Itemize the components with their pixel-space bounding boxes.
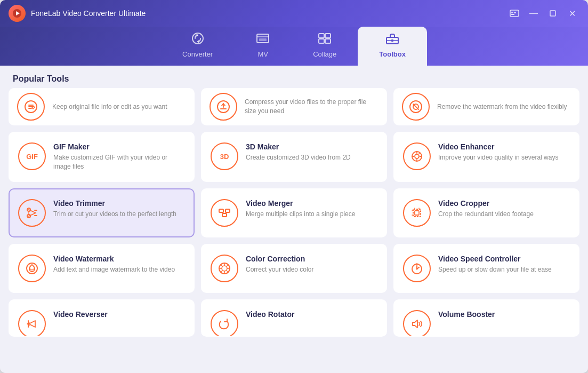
svg-rect-13 <box>325 39 331 43</box>
gif-maker-info: GIF Maker Make customized GIF with your … <box>53 142 185 171</box>
volume-booster-name: Volume Booster <box>438 310 570 319</box>
gif-maker-icon: GIF <box>18 142 46 170</box>
video-rotator-info: Video Rotator <box>246 310 377 321</box>
video-trimmer-info: Video Trimmer Trim or cut your videos to… <box>53 199 185 219</box>
svg-point-39 <box>416 268 418 269</box>
video-enhancer-info: Video Enhancer Improve your video qualit… <box>438 142 570 162</box>
tools-grid: GIF GIF Maker Make customized GIF with y… <box>9 132 579 337</box>
video-watermark-icon <box>18 255 46 282</box>
gif-maker-desc: Make customized GIF with your video or i… <box>53 153 185 171</box>
video-rotator-icon <box>211 310 238 337</box>
section-title: Popular Tools <box>0 66 588 88</box>
video-enhancer-desc: Improve your video quality in several wa… <box>438 153 570 162</box>
svg-rect-32 <box>222 213 227 217</box>
svg-rect-12 <box>319 39 324 43</box>
svg-rect-3 <box>511 12 513 13</box>
video-reverser-icon <box>18 310 46 337</box>
svg-rect-30 <box>219 209 223 212</box>
tool-card-video-compressor[interactable]: Compress your video files to the proper … <box>201 88 387 125</box>
video-merger-desc: Merge multiple clips into a single piece <box>246 210 377 219</box>
tab-collage-label: Collage <box>313 50 336 58</box>
tool-card-video-watermark[interactable]: Video Watermark Add text and image water… <box>9 244 195 293</box>
volume-booster-icon <box>403 310 431 337</box>
video-cropper-info: Video Cropper Crop the redundant video f… <box>438 199 570 219</box>
video-speed-controller-desc: Speed up or slow down your file at ease <box>438 265 570 274</box>
video-watermark-desc: Add text and image watermark to the vide… <box>53 265 185 274</box>
tools-scroll[interactable]: Keep original file info or edit as you w… <box>0 88 588 373</box>
video-merger-icon <box>211 199 238 227</box>
tab-collage[interactable]: Collage <box>292 27 358 66</box>
tab-toolbox[interactable]: Toolbox <box>358 27 427 66</box>
svg-rect-5 <box>511 14 514 15</box>
video-watermark-name: Video Watermark <box>53 255 185 263</box>
nav-tabs: Converter MV Collage <box>0 27 588 66</box>
app-title: FoneLab Video Converter Ultimate <box>31 9 146 18</box>
tool-card-color-correction[interactable]: Color Correction Correct your video colo… <box>201 244 387 293</box>
tool-card-video-cropper[interactable]: Video Cropper Crop the redundant video f… <box>393 188 579 237</box>
title-bar-left: FoneLab Video Converter Ultimate <box>9 5 146 22</box>
video-speed-controller-name: Video Speed Controller <box>438 255 570 263</box>
video-compressor-info: Compress your video files to the proper … <box>245 98 378 116</box>
video-cropper-desc: Crop the redundant video footage <box>438 210 570 219</box>
tool-card-video-speed-controller[interactable]: Video Speed Controller Speed up or slow … <box>393 244 579 293</box>
3d-maker-info: 3D Maker Create customized 3D video from… <box>246 142 377 162</box>
3d-maker-desc: Create customized 3D video from 2D <box>246 153 377 162</box>
video-merger-name: Video Merger <box>246 199 377 208</box>
video-speed-controller-icon <box>403 255 431 282</box>
title-bar-controls: — ✕ <box>507 6 579 21</box>
watermark-remover-icon <box>402 93 430 121</box>
watermark-remover-desc: Remove the watermark from the video flex… <box>437 102 571 112</box>
video-rotator-name: Video Rotator <box>246 310 377 319</box>
video-watermark-info: Video Watermark Add text and image water… <box>53 255 185 274</box>
tool-card-video-merger[interactable]: Video Merger Merge multiple clips into a… <box>201 188 387 237</box>
close-button[interactable]: ✕ <box>565 6 579 21</box>
tool-card-3d-maker[interactable]: 3D 3D Maker Create customized 3D video f… <box>201 132 387 182</box>
color-correction-info: Color Correction Correct your video colo… <box>246 255 377 274</box>
video-compressor-desc: Compress your video files to the proper … <box>245 98 378 116</box>
captions-button[interactable] <box>507 6 522 21</box>
video-merger-info: Video Merger Merge multiple clips into a… <box>246 199 377 219</box>
tool-card-video-enhancer[interactable]: Video Enhancer Improve your video qualit… <box>393 132 579 182</box>
svg-rect-31 <box>225 209 230 212</box>
tab-toolbox-label: Toolbox <box>379 50 406 58</box>
svg-rect-10 <box>319 34 324 38</box>
tool-card-metadata-editor[interactable]: Keep original file info or edit as you w… <box>9 88 195 125</box>
tab-mv-label: MV <box>257 50 268 58</box>
tab-mv[interactable]: MV <box>234 27 292 66</box>
svg-rect-9 <box>259 38 267 41</box>
video-trimmer-desc: Trim or cut your videos to the perfect l… <box>53 210 185 219</box>
tool-card-volume-booster[interactable]: Volume Booster <box>393 299 579 337</box>
metadata-editor-icon <box>17 93 45 121</box>
3d-maker-icon: 3D <box>211 142 238 170</box>
tool-card-watermark-remover[interactable]: Remove the watermark from the video flex… <box>393 88 579 125</box>
collage-icon <box>317 32 332 48</box>
tab-converter-label: Converter <box>182 50 213 58</box>
svg-point-24 <box>415 154 419 158</box>
video-trimmer-icon <box>18 199 46 227</box>
metadata-editor-info: Keep original file info or edit as you w… <box>52 102 186 112</box>
watermark-remover-info: Remove the watermark from the video flex… <box>437 102 571 112</box>
app-window: FoneLab Video Converter Ultimate — ✕ <box>0 0 588 373</box>
tab-converter[interactable]: Converter <box>161 27 234 66</box>
video-speed-controller-info: Video Speed Controller Speed up or slow … <box>438 255 570 274</box>
video-cropper-name: Video Cropper <box>438 199 570 208</box>
svg-rect-11 <box>325 34 331 38</box>
app-logo <box>9 5 26 22</box>
3d-maker-name: 3D Maker <box>246 142 377 151</box>
video-compressor-icon <box>210 93 237 121</box>
minimize-button[interactable]: — <box>526 6 541 21</box>
maximize-button[interactable] <box>545 6 560 21</box>
tool-card-video-trimmer[interactable]: Video Trimmer Trim or cut your videos to… <box>9 188 195 237</box>
converter-icon <box>190 32 205 48</box>
tool-card-video-rotator[interactable]: Video Rotator <box>201 299 387 337</box>
svg-rect-6 <box>550 11 555 16</box>
color-correction-icon <box>211 255 238 282</box>
tool-card-video-reverser[interactable]: Video Reverser <box>9 299 195 337</box>
main-content: Popular Tools Keep original file info or… <box>0 66 588 373</box>
color-correction-name: Color Correction <box>246 255 377 263</box>
tool-card-gif-maker[interactable]: GIF GIF Maker Make customized GIF with y… <box>9 132 195 182</box>
toolbox-icon <box>385 32 400 48</box>
video-enhancer-name: Video Enhancer <box>438 142 570 151</box>
volume-booster-info: Volume Booster <box>438 310 570 321</box>
color-correction-desc: Correct your video color <box>246 265 377 274</box>
